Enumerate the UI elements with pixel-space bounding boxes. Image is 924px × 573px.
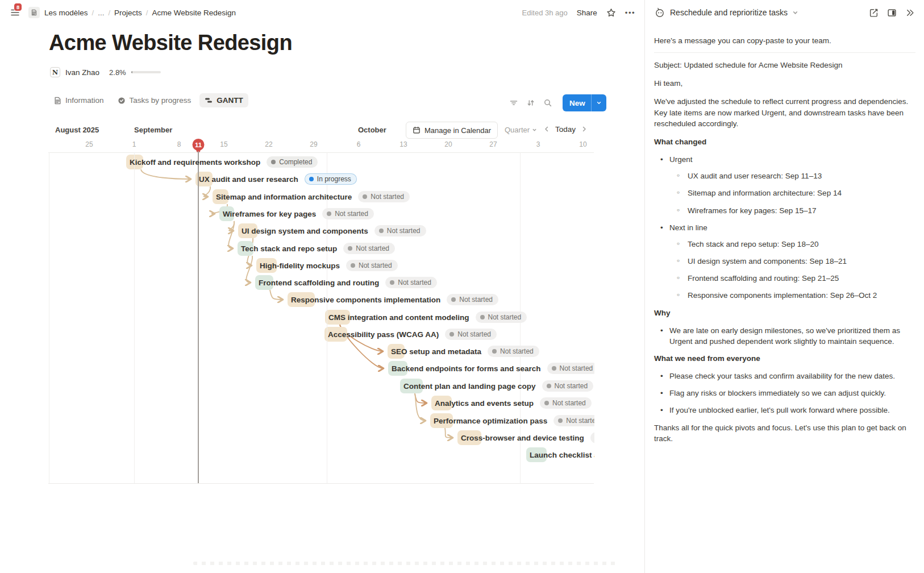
dependency-arrow (445, 428, 452, 438)
status-label: Not started (555, 382, 588, 390)
status-dot (552, 366, 556, 371)
task-status-badge[interactable]: Not started (488, 346, 539, 357)
task-status-badge[interactable]: Not started (358, 191, 410, 202)
grid-month-line (327, 152, 327, 483)
message-list-item: Flag any risks or blockers immediately s… (654, 388, 915, 398)
compose-icon[interactable] (869, 8, 879, 18)
task-status-badge[interactable]: Not started (322, 208, 374, 219)
more-options-button[interactable]: ••• (625, 9, 635, 17)
gantt-task-row[interactable]: Responsive components implementationNot … (288, 292, 498, 308)
gantt-task-row[interactable]: Backend endpoints for forms and searchNo… (388, 360, 594, 376)
status-dot (363, 194, 367, 199)
status-dot (271, 160, 276, 164)
list-item-text: Flag any risks or blockers immediately s… (669, 389, 886, 397)
message-list: Please check your tasks and confirm avai… (654, 371, 915, 416)
grid-line-top (48, 152, 594, 153)
task-status-badge[interactable]: Completed (267, 156, 318, 168)
message-list: We are late on early design milestones, … (654, 325, 915, 347)
dependency-arrow (141, 169, 190, 179)
task-status-badge[interactable]: Not started (343, 243, 395, 254)
task-status-badge[interactable]: Not started (374, 225, 426, 236)
list-item-text: If you're unblocked earlier, let's pull … (669, 406, 890, 414)
gantt-task-row[interactable]: Cross-browser and device testingNot star… (457, 430, 594, 446)
sidebar-toggle-icon[interactable] (887, 8, 897, 18)
gantt-task-row[interactable]: Accessibility pass (WCAG AA)Not started (324, 326, 497, 342)
gantt-task-label: UI design system and components (242, 227, 368, 235)
gantt-task-row[interactable]: Kickoff and requirements workshopComplet… (126, 154, 318, 170)
dependency-arrow (415, 393, 426, 403)
gantt-task-row[interactable]: CMS integration and content modelingNot … (325, 309, 527, 325)
message-heading: Why (654, 308, 915, 318)
gantt-task-label: CMS integration and content modeling (328, 313, 469, 322)
gantt-task-row[interactable]: Content plan and landing page copyNot st… (400, 378, 593, 394)
gantt-task-row[interactable]: UI design system and componentsNot start… (238, 223, 426, 239)
gantt-task-label: Accessibility pass (WCAG AA) (328, 330, 439, 339)
message-sublist: UX audit and user research: Sep 11–13Sit… (669, 171, 915, 215)
gantt-task-label: Backend endpoints for forms and search (392, 364, 541, 373)
status-label: Not started (371, 193, 404, 201)
task-status-badge[interactable]: In progress (305, 173, 357, 185)
status-label: Not started (387, 227, 421, 235)
gantt-task-row[interactable]: UX audit and user researchIn progress (195, 171, 357, 187)
status-label: Not started (488, 313, 522, 321)
message-heading: What we need from everyone (654, 353, 915, 364)
status-dot (544, 401, 549, 405)
status-label: Not started (335, 210, 368, 218)
status-dot (547, 384, 551, 388)
ai-thread-title[interactable]: Reschedule and reprioritize tasks (670, 8, 788, 17)
gantt-task-label: Tech stack and repo setup (241, 244, 337, 253)
gantt-task-row[interactable]: Sitemap and information architectureNot … (213, 189, 410, 205)
message-heading: What changed (654, 136, 915, 147)
grid-month-line (49, 152, 49, 483)
status-dot (558, 418, 563, 423)
task-status-badge[interactable]: Not started (540, 397, 592, 409)
message-sublist-item: Wireframes for key pages: Sep 15–17 (669, 205, 915, 216)
task-status-badge[interactable]: Not started (542, 380, 594, 392)
message-list-item: UrgentUX audit and user research: Sep 11… (654, 154, 915, 216)
message-list-item: We are late on early design milestones, … (654, 325, 915, 347)
gantt-task-label: Wireframes for key pages (223, 210, 316, 218)
gantt-task-row[interactable]: Performance optimization passNot started (430, 413, 594, 429)
gantt-task-row[interactable]: Wireframes for key pagesNot started (219, 206, 374, 222)
timeline-minimap (193, 562, 618, 565)
gantt-task-label: Sitemap and information architecture (216, 193, 352, 201)
task-status-badge[interactable]: Not started (547, 363, 594, 374)
dependency-arrow (270, 290, 282, 300)
gantt-task-label: Frontend scaffolding and routing (259, 279, 379, 287)
task-status-badge[interactable]: Not started (445, 329, 497, 340)
ai-intro-text: Here's a message you can copy-paste to y… (654, 35, 915, 46)
status-label: Not started (359, 261, 392, 269)
grid-month-line (134, 152, 135, 483)
message-list-item: Please check your tasks and confirm avai… (654, 371, 915, 381)
gantt-task-label: Launch checklist a (530, 451, 594, 459)
gantt-task-label: Performance optimization pass (434, 417, 547, 425)
task-status-badge[interactable]: Not started (385, 277, 437, 288)
gantt-task-label: Analytics and events setup (435, 399, 534, 408)
status-label: Completed (279, 158, 312, 166)
task-status-badge[interactable]: Not started (447, 294, 498, 305)
collapse-panel-icon[interactable] (905, 8, 915, 18)
message-list-item: If you're unblocked earlier, let's pull … (654, 405, 915, 416)
task-status-badge[interactable]: Not started (553, 415, 594, 426)
task-status-badge[interactable]: Not started (476, 312, 527, 323)
dependency-arrow (204, 186, 211, 197)
favorite-star-icon[interactable] (606, 8, 616, 18)
message-sublist-item: UX audit and user research: Sep 11–13 (669, 171, 915, 181)
status-dot (351, 263, 355, 268)
gantt-task-label: High-fidelity mockups (260, 261, 340, 270)
app-window: 8 Les modèles / ... / Projects / Acme We… (0, 0, 924, 573)
gantt-task-row[interactable]: Frontend scaffolding and routingNot star… (255, 275, 437, 290)
gantt-task-row[interactable]: Tech stack and repo setupNot started (238, 240, 395, 256)
message-paragraph: We've adjusted the schedule to reflect c… (654, 96, 915, 128)
task-status-badge[interactable]: Not started (590, 432, 594, 443)
status-dot (348, 246, 352, 251)
gantt-task-row[interactable]: Analytics and events setupNot started (431, 395, 592, 411)
task-status-badge[interactable]: Not started (346, 260, 398, 271)
list-item-text: Next in line (669, 223, 707, 232)
gantt-task-row[interactable]: SEO setup and metadataNot started (388, 343, 539, 359)
gantt-task-row[interactable]: Launch checklist a (526, 447, 594, 463)
chevron-down-icon[interactable] (792, 10, 798, 16)
status-dot (309, 177, 314, 181)
status-dot (390, 280, 394, 285)
message-paragraph: Thanks all for the quick pivots and focu… (654, 422, 915, 444)
